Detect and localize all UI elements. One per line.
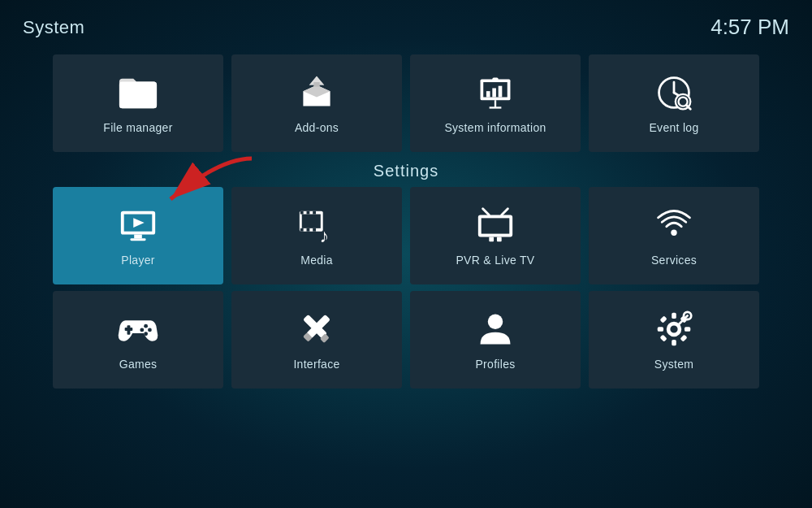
pvr-live-tv-icon [475, 205, 516, 245]
svg-rect-25 [313, 211, 316, 215]
svg-point-44 [144, 324, 148, 328]
svg-line-32 [483, 209, 490, 215]
svg-rect-34 [489, 237, 494, 241]
tile-services[interactable]: Services [589, 187, 759, 284]
svg-point-52 [488, 315, 503, 329]
player-icon [118, 205, 158, 245]
middle-tile-row: Player ♪ Media [0, 187, 812, 284]
svg-rect-35 [497, 237, 502, 241]
tile-media[interactable]: ♪ Media [231, 187, 402, 284]
profiles-icon [475, 309, 516, 350]
svg-rect-19 [134, 235, 142, 239]
svg-rect-23 [300, 211, 304, 215]
svg-rect-26 [300, 228, 304, 232]
svg-rect-43 [125, 328, 133, 331]
svg-rect-8 [492, 78, 498, 81]
settings-section-header: Settings [0, 162, 812, 180]
svg-point-47 [140, 328, 144, 332]
svg-rect-58 [685, 327, 690, 332]
tile-system-label: System [654, 358, 693, 371]
svg-rect-56 [672, 340, 676, 345]
interface-icon [296, 309, 337, 350]
svg-point-45 [148, 328, 152, 332]
svg-rect-59 [660, 315, 667, 323]
tile-add-ons[interactable]: Add-ons [231, 54, 402, 152]
tile-media-label: Media [300, 254, 333, 267]
svg-point-46 [144, 332, 148, 336]
tile-interface-label: Interface [293, 358, 339, 371]
tile-event-log-label: Event log [649, 121, 698, 134]
svg-rect-5 [499, 86, 503, 98]
tile-pvr-live-tv[interactable]: PVR & Live TV [410, 187, 581, 284]
tile-file-manager-label: File manager [103, 121, 172, 134]
media-icon: ♪ [296, 205, 337, 245]
svg-rect-31 [482, 218, 510, 233]
svg-line-33 [502, 209, 508, 215]
add-ons-icon [296, 72, 337, 113]
tile-add-ons-label: Add-ons [295, 121, 339, 134]
page-title: System [23, 17, 84, 38]
svg-rect-3 [486, 91, 490, 97]
tile-system-information[interactable]: System information [410, 54, 581, 152]
svg-rect-0 [313, 82, 319, 87]
header: System 4:57 PM [0, 0, 812, 48]
tile-profiles[interactable]: Profiles [410, 291, 581, 389]
tile-event-log[interactable]: Event log [589, 54, 759, 152]
svg-rect-62 [680, 335, 687, 342]
tile-file-manager[interactable]: File manager [53, 54, 223, 152]
tile-system-information-label: System information [444, 121, 546, 134]
svg-rect-27 [307, 228, 310, 232]
svg-rect-4 [492, 88, 496, 97]
tile-interface[interactable]: Interface [231, 291, 402, 389]
svg-rect-20 [130, 238, 145, 241]
svg-rect-28 [313, 228, 316, 232]
system-information-icon [475, 72, 516, 113]
svg-rect-22 [302, 215, 321, 228]
system-icon [654, 309, 694, 350]
top-tile-row: File manager Add-ons [0, 54, 812, 152]
svg-rect-61 [660, 335, 667, 342]
svg-rect-24 [307, 211, 310, 215]
tile-pvr-live-tv-label: PVR & Live TV [456, 254, 534, 267]
games-icon [118, 309, 158, 350]
tile-system[interactable]: System [589, 291, 759, 389]
file-manager-icon [118, 72, 158, 113]
clock: 4:57 PM [710, 15, 789, 40]
tile-games[interactable]: Games [53, 291, 223, 389]
bottom-tile-row: Games Interface Profiles [0, 291, 812, 389]
settings-label: Settings [374, 162, 438, 180]
services-icon [654, 205, 694, 245]
svg-rect-55 [672, 313, 676, 319]
tile-profiles-label: Profiles [475, 358, 515, 371]
svg-text:♪: ♪ [320, 225, 330, 245]
event-log-icon [654, 72, 694, 113]
tile-services-label: Services [651, 254, 697, 267]
svg-point-36 [671, 230, 676, 236]
svg-rect-57 [658, 327, 663, 332]
tile-player-label: Player [121, 254, 154, 267]
tile-games-label: Games [119, 358, 158, 371]
tile-player[interactable]: Player [53, 187, 223, 284]
